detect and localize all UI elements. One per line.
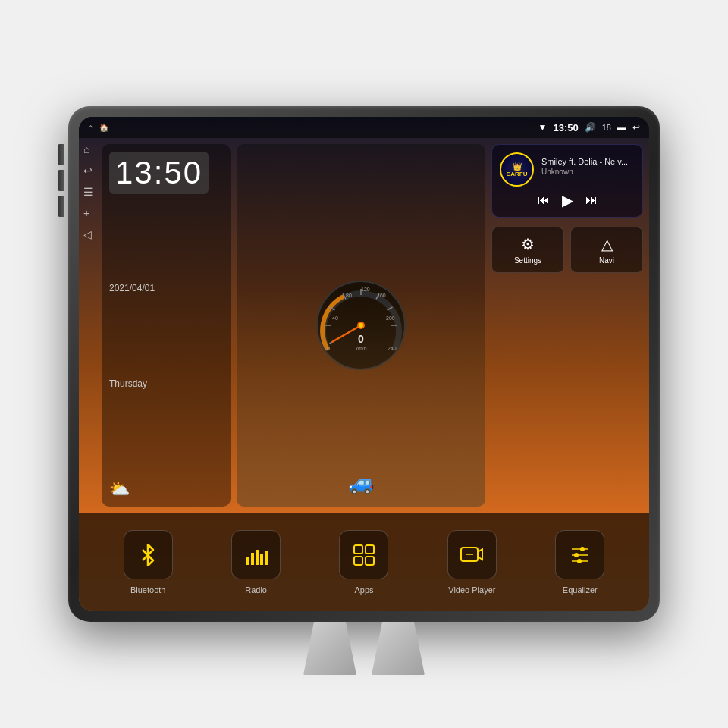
clock-date: 2021/04/01	[109, 283, 223, 293]
svg-rect-29	[366, 557, 374, 565]
device-stand	[288, 618, 440, 675]
clock-widget: 13:50 2021/04/01 Thursday ⛅	[102, 144, 231, 507]
car-head-unit: ⌂ 🏠 ▼ 13:50 🔊 18 ▬ ↩ ⌂ ↩ ☰ + ◁	[68, 106, 660, 622]
next-button[interactable]: ⏭	[585, 193, 598, 207]
radio-label: Radio	[245, 585, 267, 595]
android-home-icon[interactable]: 🏠	[99, 124, 108, 132]
music-widget: 👑 CARFU Smiley ft. Delia - Ne v... Unkno…	[491, 144, 643, 218]
navi-button[interactable]: △ Navi	[570, 227, 643, 273]
settings-button[interactable]: ⚙ Settings	[491, 227, 564, 273]
play-button[interactable]: ▶	[562, 191, 573, 209]
bluetooth-icon	[136, 544, 159, 566]
music-controls: ⏮ ▶ ⏭	[500, 191, 635, 209]
radio-icon	[245, 544, 268, 566]
clock-day: Thursday	[109, 378, 223, 389]
carfu-logo: 👑 CARFU	[500, 152, 534, 187]
stand-left	[303, 622, 356, 675]
svg-rect-23	[256, 550, 259, 565]
bottom-bar: Bluetooth Radio	[79, 513, 649, 611]
home-icon[interactable]: ⌂	[88, 122, 93, 133]
bluetooth-app[interactable]: Bluetooth	[124, 530, 173, 595]
side-button-1[interactable]	[58, 144, 64, 165]
status-left: ⌂ 🏠	[88, 122, 108, 133]
equalizer-icon	[569, 544, 592, 566]
svg-rect-21	[246, 557, 249, 565]
video-player-label: Video Player	[448, 585, 495, 595]
stand-right	[372, 622, 425, 675]
side-buttons	[58, 144, 64, 217]
left-icon-plus[interactable]: +	[83, 207, 93, 219]
window-icon: ▬	[617, 122, 626, 133]
left-icons: ⌂ ↩ ☰ + ◁	[83, 143, 93, 240]
left-icon-back[interactable]: ↩	[83, 165, 93, 177]
apps-icon	[353, 544, 375, 566]
right-panel: 👑 CARFU Smiley ft. Delia - Ne v... Unkno…	[491, 144, 643, 507]
apps-icon-box	[339, 530, 388, 579]
svg-rect-28	[354, 557, 362, 565]
speedometer-widget: 0 40 80 120 160 200 240	[237, 144, 485, 507]
settings-icon: ⚙	[521, 235, 535, 253]
video-icon-box	[447, 530, 497, 579]
left-icon-home[interactable]: ⌂	[83, 143, 93, 155]
volume-level: 18	[602, 123, 611, 132]
svg-rect-25	[265, 551, 268, 565]
back-icon[interactable]: ↩	[632, 122, 640, 133]
bluetooth-icon-box	[124, 530, 173, 579]
svg-rect-27	[366, 545, 374, 554]
svg-rect-22	[251, 553, 254, 565]
apps-label: Apps	[354, 585, 373, 595]
svg-rect-26	[354, 545, 362, 554]
video-icon	[460, 544, 483, 566]
bluetooth-label: Bluetooth	[130, 585, 165, 595]
svg-point-37	[577, 559, 582, 563]
svg-rect-24	[260, 554, 263, 565]
equalizer-icon-box	[555, 530, 604, 579]
screen: ⌂ 🏠 ▼ 13:50 🔊 18 ▬ ↩ ⌂ ↩ ☰ + ◁	[79, 117, 649, 611]
svg-point-35	[580, 547, 585, 551]
status-time: 13:50	[554, 122, 579, 133]
navi-label: Navi	[599, 256, 614, 265]
status-right: ▼ 13:50 🔊 18 ▬ ↩	[538, 122, 640, 133]
prev-button[interactable]: ⏮	[538, 193, 550, 207]
speedo-background: 0 40 80 120 160 200 240	[237, 144, 485, 507]
weather-icon: ⛅	[109, 479, 223, 499]
side-button-3[interactable]	[58, 196, 64, 217]
music-artist: Unknown	[541, 168, 635, 176]
side-button-2[interactable]	[58, 170, 64, 191]
screen-bezel: ⌂ 🏠 ▼ 13:50 🔊 18 ▬ ↩ ⌂ ↩ ☰ + ◁	[79, 117, 649, 611]
left-icon-menu[interactable]: ☰	[83, 186, 93, 198]
quick-buttons: ⚙ Settings △ Navi	[491, 227, 643, 273]
clock-time: 13:50	[115, 155, 202, 191]
wifi-icon: ▼	[538, 122, 548, 133]
radio-icon-box	[231, 530, 281, 579]
car-icon: 🚙	[348, 470, 375, 495]
video-player-app[interactable]: Video Player	[447, 530, 497, 595]
volume-icon: 🔊	[585, 122, 596, 133]
music-track: Smiley ft. Delia - Ne v...	[541, 157, 635, 166]
music-top: 👑 CARFU Smiley ft. Delia - Ne v... Unkno…	[500, 152, 635, 187]
carfu-text: CARFU	[507, 171, 528, 177]
radio-app[interactable]: Radio	[231, 530, 281, 595]
svg-point-33	[574, 553, 579, 557]
left-icon-vol-down[interactable]: ◁	[83, 228, 93, 240]
crown-icon: 👑	[507, 162, 528, 171]
settings-label: Settings	[514, 256, 541, 265]
status-bar: ⌂ 🏠 ▼ 13:50 🔊 18 ▬ ↩	[79, 117, 649, 138]
apps-app[interactable]: Apps	[339, 530, 388, 595]
equalizer-label: Equalizer	[563, 585, 598, 595]
navi-icon: △	[601, 235, 613, 253]
equalizer-app[interactable]: Equalizer	[555, 530, 604, 595]
main-content: 13:50 2021/04/01 Thursday ⛅	[79, 138, 649, 513]
